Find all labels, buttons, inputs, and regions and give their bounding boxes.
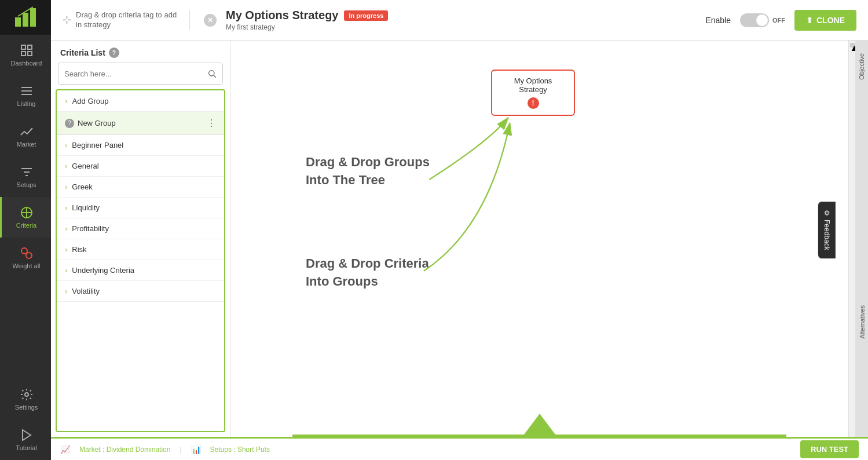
svg-marker-16	[23, 430, 31, 440]
criteria-list: › Add Group ? New Group ⋮ › Beginner Pan…	[56, 89, 225, 432]
instruction-groups-line2: Into The Tree	[306, 173, 385, 187]
toggle-state-text: OFF	[772, 17, 785, 24]
new-group-row[interactable]: ? New Group ⋮	[57, 112, 224, 135]
category-general[interactable]: › General	[57, 156, 224, 177]
drag-info-text: Drag & drop criteria tag to add in strat…	[76, 10, 180, 30]
main-container: ⊹ Drag & drop criteria tag to add in str…	[51, 0, 868, 460]
svg-rect-4	[28, 45, 32, 49]
new-group-help-icon[interactable]: ?	[65, 119, 74, 128]
profitability-label: Profitability	[72, 224, 109, 233]
criteria-panel: Criteria List ? › Add Group ?	[51, 41, 230, 437]
sidebar-item-setups[interactable]: Setups	[0, 156, 51, 197]
sidebar-label-listing: Listing	[17, 100, 36, 107]
add-group-chevron-icon: ›	[65, 96, 68, 105]
beginner-chevron-icon: ›	[65, 141, 67, 149]
svg-rect-1	[23, 13, 28, 27]
sidebar-label-market: Market	[17, 141, 36, 148]
sidebar-item-criteria[interactable]: Criteria	[0, 197, 51, 238]
sidebar-label-tutorial: Tutorial	[16, 444, 36, 451]
sidebar-item-tutorial[interactable]: Tutorial	[0, 419, 51, 460]
clone-label: CLONE	[816, 16, 845, 25]
svg-rect-2	[30, 8, 36, 27]
volatility-chevron-icon: ›	[65, 287, 67, 295]
logo-area[interactable]	[0, 0, 51, 35]
sidebar-item-settings[interactable]: Settings	[0, 379, 51, 419]
add-group-row[interactable]: › Add Group	[57, 90, 224, 112]
close-panel-button[interactable]: ✕	[204, 14, 217, 27]
clone-button[interactable]: ⬆ CLONE	[794, 10, 856, 31]
liquidity-chevron-icon: ›	[65, 203, 67, 212]
category-volatility[interactable]: › Volatility	[57, 281, 224, 302]
volatility-label: Volatility	[72, 287, 100, 295]
strategy-name: My Options Strategy	[226, 9, 338, 22]
greek-chevron-icon: ›	[65, 182, 67, 191]
instruction-groups: Drag & Drop Groups Into The Tree	[306, 154, 430, 189]
category-risk[interactable]: › Risk	[57, 239, 224, 260]
header-right: Enable OFF ⬆ CLONE	[705, 10, 856, 31]
bottom-bar: 📈 Market : Dividend Domination | 📊 Setup…	[51, 437, 868, 460]
scroll-up-arrow[interactable]: ▲	[850, 43, 855, 48]
general-chevron-icon: ›	[65, 162, 67, 170]
feedback-icon: ⚙	[823, 210, 831, 216]
risk-label: Risk	[72, 245, 86, 254]
category-underlying[interactable]: › Underlying Criteria	[57, 260, 224, 281]
toggle-switch[interactable]: OFF	[740, 13, 785, 27]
category-greek[interactable]: › Greek	[57, 177, 224, 198]
chart-triangle	[522, 414, 557, 437]
new-group-menu-icon[interactable]: ⋮	[207, 118, 216, 129]
setups-icon: 📊	[191, 445, 201, 454]
underlying-chevron-icon: ›	[65, 266, 67, 275]
general-label: General	[72, 162, 98, 170]
tab-objective[interactable]: Objective	[856, 46, 867, 87]
criteria-help-icon[interactable]: ?	[109, 48, 119, 58]
instruction-groups-line1: Drag & Drop Groups	[306, 155, 430, 169]
add-group-label: Add Group	[72, 97, 109, 105]
search-input[interactable]	[58, 65, 202, 83]
sidebar-label-criteria: Criteria	[16, 222, 36, 229]
svg-point-17	[209, 71, 214, 76]
content-area: Criteria List ? › Add Group ?	[51, 41, 868, 437]
drag-cursor-icon: ⊹	[63, 13, 71, 27]
feedback-button[interactable]: ⚙ Feedback	[818, 202, 836, 258]
category-liquidity[interactable]: › Liquidity	[57, 198, 224, 218]
search-button[interactable]	[202, 63, 222, 84]
new-group-label: New Group	[78, 119, 116, 127]
drag-info-area: ⊹ Drag & drop criteria tag to add in str…	[63, 10, 190, 30]
bottom-separator: |	[180, 446, 181, 454]
category-beginner[interactable]: › Beginner Panel	[57, 135, 224, 156]
svg-point-13	[21, 248, 27, 254]
criteria-list-header: Criteria List ?	[51, 41, 230, 63]
svg-point-14	[26, 253, 32, 258]
strategy-node[interactable]: My Options Strategy !	[491, 70, 575, 116]
status-badge: In progress	[344, 10, 388, 21]
sidebar-label-dashboard: Dashboard	[11, 60, 42, 67]
sidebar-item-listing[interactable]: Listing	[0, 75, 51, 116]
svg-rect-5	[21, 52, 25, 56]
setups-info: Setups : Short Puts	[210, 446, 270, 454]
scrollbar-area[interactable]: ▲	[848, 41, 855, 437]
svg-rect-6	[28, 52, 32, 56]
strategy-node-title: My Options Strategy	[499, 76, 567, 94]
market-chart-icon: 📈	[60, 445, 70, 454]
run-test-button[interactable]: RUN TEST	[800, 440, 859, 458]
toggle-track[interactable]	[740, 13, 769, 27]
main-sidebar: Dashboard Listing Market Setups Criteria	[0, 0, 51, 460]
sidebar-item-dashboard[interactable]: Dashboard	[0, 35, 51, 75]
sidebar-label-settings: Settings	[15, 404, 38, 411]
toggle-knob	[756, 14, 768, 26]
sidebar-item-weightall[interactable]: Weight all	[0, 238, 51, 278]
sidebar-item-market[interactable]: Market	[0, 116, 51, 156]
greek-label: Greek	[72, 182, 92, 191]
search-box[interactable]	[58, 63, 223, 85]
tab-alternatives[interactable]: Alternatives	[856, 300, 868, 344]
svg-line-18	[214, 75, 216, 78]
category-profitability[interactable]: › Profitability	[57, 218, 224, 239]
svg-rect-0	[15, 17, 21, 27]
market-info: Market : Dividend Domination	[79, 446, 170, 454]
feedback-label: Feedback	[823, 220, 831, 250]
profitability-chevron-icon: ›	[65, 224, 67, 233]
canvas-area[interactable]: My Options Strategy ! Drag & Drop Groups…	[230, 41, 848, 437]
app-logo	[14, 6, 37, 29]
instruction-criteria-line1: Drag & Drop Criteria	[306, 256, 429, 271]
strategy-node-warning-icon: !	[528, 97, 539, 109]
